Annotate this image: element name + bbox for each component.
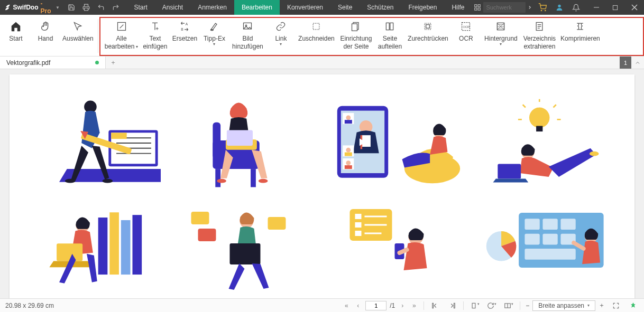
- last-page-icon[interactable]: »: [410, 302, 418, 309]
- redo-icon[interactable]: [108, 0, 123, 15]
- search-input[interactable]: [486, 4, 518, 11]
- next-view-icon[interactable]: [446, 302, 458, 309]
- ribbon-home[interactable]: Start: [1, 18, 31, 56]
- menu-page[interactable]: Seite: [330, 0, 360, 15]
- document-area[interactable]: [0, 69, 644, 298]
- ribbon-edit-all[interactable]: Allebearbeiten▾: [103, 18, 141, 56]
- svg-rect-110: [525, 249, 575, 260]
- menu-convert[interactable]: Konvertieren: [280, 0, 330, 15]
- prev-page-icon[interactable]: ‹: [354, 302, 362, 309]
- svg-rect-91: [268, 217, 286, 230]
- svg-point-61: [346, 115, 351, 120]
- search-box[interactable]: [483, 2, 526, 13]
- zoom-fit-dropdown[interactable]: Breite anpassen ▾: [532, 300, 595, 311]
- svg-rect-105: [542, 219, 557, 230]
- extract-icon: [534, 21, 545, 32]
- menu-start[interactable]: Start: [126, 0, 154, 15]
- page-number-input[interactable]: [365, 301, 387, 310]
- ribbon-extract-toc[interactable]: Verzeichnisextrahieren: [521, 18, 558, 56]
- add-tab-button[interactable]: ＋: [106, 56, 121, 69]
- ribbon-ocr[interactable]: OCR OCR: [451, 18, 481, 56]
- svg-marker-81: [493, 179, 528, 183]
- svg-rect-9: [613, 5, 618, 10]
- prev-view-icon[interactable]: [429, 302, 441, 309]
- ribbon-add-image[interactable]: Bildhinzufügen: [229, 18, 266, 56]
- print-icon[interactable]: [79, 0, 94, 15]
- background-icon: [495, 21, 506, 32]
- ribbon-page-setup[interactable]: Einrichtungder Seite: [337, 18, 375, 56]
- svg-rect-97: [355, 222, 362, 228]
- minimize-icon[interactable]: [587, 0, 606, 15]
- zoom-out-icon[interactable]: −: [526, 302, 529, 309]
- tabbar: Vektorgrafik.pdf ＋ 1: [0, 56, 644, 69]
- menu-protect[interactable]: Schützen: [360, 0, 401, 15]
- pdf-page: [10, 74, 634, 298]
- collapse-ribbon-icon[interactable]: [631, 56, 644, 69]
- svg-point-5: [541, 10, 541, 11]
- menu-share[interactable]: Freigeben: [401, 0, 444, 15]
- edit-icon: [116, 21, 127, 32]
- zoom-in-icon[interactable]: ＋: [599, 301, 605, 310]
- apps-icon[interactable]: [472, 0, 483, 15]
- svg-rect-24: [426, 25, 430, 29]
- fullscreen-icon[interactable]: [610, 302, 622, 309]
- svg-rect-115: [472, 303, 475, 308]
- ribbon-compress[interactable]: Komprimieren: [558, 18, 602, 56]
- feather-icon: [4, 4, 11, 11]
- user-icon[interactable]: [551, 0, 568, 15]
- ribbon-replace[interactable]: AB Ersetzen: [170, 18, 199, 56]
- single-page-view-icon[interactable]: ▾: [469, 302, 481, 309]
- statusbar: 20.98 x 29.69 cm « ‹ /1 › » ▾ ▾ ▾ − Brei…: [0, 298, 644, 312]
- first-page-icon[interactable]: «: [342, 302, 351, 309]
- menu-view[interactable]: Ansicht: [155, 0, 190, 15]
- next-page-icon[interactable]: ›: [398, 302, 407, 309]
- shopping-cart-icon[interactable]: [534, 0, 551, 15]
- ribbon-tippex[interactable]: Tipp-Ex▾: [199, 18, 229, 56]
- ribbon-crop[interactable]: Zuschneiden: [296, 18, 337, 56]
- svg-text:OCR: OCR: [463, 25, 470, 29]
- svg-point-7: [558, 5, 560, 7]
- ribbon-insert-text[interactable]: Texteinfügen: [140, 18, 170, 56]
- document-tab[interactable]: Vektorgrafik.pdf: [0, 56, 106, 69]
- app-name: SwifDoo: [13, 4, 39, 11]
- ribbon-background[interactable]: Hintergrund▾: [481, 18, 521, 56]
- titlebar: SwifDoo-Pro ▼ Start Ansicht Anmerken Bea…: [0, 0, 644, 15]
- home-icon: [10, 21, 22, 32]
- close-icon[interactable]: [625, 0, 644, 15]
- svg-rect-48: [251, 169, 256, 187]
- menu-annotate[interactable]: Anmerken: [190, 0, 234, 15]
- ribbon-select[interactable]: Auswählen: [60, 18, 96, 56]
- pin-icon[interactable]: [627, 302, 639, 309]
- save-icon[interactable]: [64, 0, 79, 15]
- undo-icon[interactable]: [94, 0, 108, 15]
- svg-rect-3: [475, 8, 477, 10]
- svg-rect-18: [314, 23, 320, 30]
- bell-icon[interactable]: [568, 0, 585, 15]
- ribbon-straighten[interactable]: Zurechtrücken: [404, 18, 451, 56]
- svg-rect-68: [345, 165, 352, 169]
- svg-rect-23: [425, 23, 431, 30]
- unsaved-dot-icon: [95, 61, 99, 64]
- svg-rect-93: [229, 243, 260, 264]
- svg-point-52: [217, 179, 226, 183]
- svg-rect-89: [191, 212, 209, 224]
- svg-point-42: [103, 179, 113, 183]
- menu-help[interactable]: Hilfe: [444, 0, 472, 15]
- ribbon-hand[interactable]: Hand: [31, 18, 60, 56]
- titlebar-right-icons: [534, 0, 585, 15]
- menu-edit[interactable]: Bearbeiten: [234, 0, 280, 15]
- rotate-view-icon[interactable]: ▾: [486, 302, 498, 309]
- svg-point-79: [589, 152, 599, 156]
- svg-rect-108: [542, 234, 557, 245]
- ribbon-split-page[interactable]: Seiteaufteilen: [375, 18, 404, 56]
- svg-rect-85: [132, 215, 142, 275]
- read-mode-icon[interactable]: ▾: [503, 302, 514, 309]
- chevron-right-icon[interactable]: [526, 0, 534, 15]
- app-dropdown-icon[interactable]: ▼: [56, 5, 60, 10]
- text-icon: [150, 21, 160, 32]
- image-icon: [242, 21, 253, 32]
- svg-point-64: [346, 148, 351, 153]
- ribbon-link[interactable]: Link▾: [266, 18, 296, 56]
- maximize-icon[interactable]: [606, 0, 625, 15]
- svg-line-75: [553, 105, 556, 107]
